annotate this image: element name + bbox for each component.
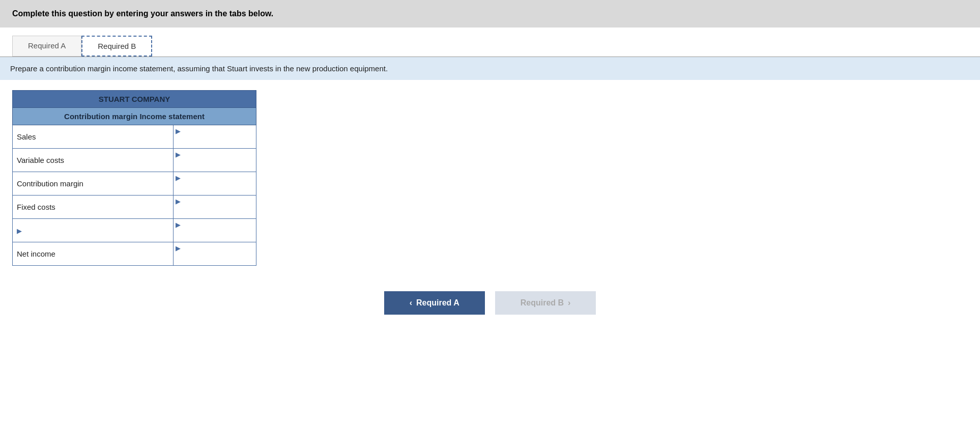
tab-required-a-label: Required A (28, 41, 66, 50)
btn-required-a-label: Required A (416, 298, 459, 308)
table-row: ▶ ▶ (13, 219, 256, 242)
bottom-nav: ‹ Required A Required B › (0, 276, 980, 325)
row-label-sales: Sales (13, 125, 174, 149)
company-name-header: STUART COMPANY (13, 91, 256, 108)
description-text: Prepare a contribution margin income sta… (10, 64, 388, 73)
table-row: Net income ▶ (13, 242, 256, 266)
row-input-fixed-costs[interactable]: ▶ (173, 196, 256, 219)
instruction-text: Complete this question by entering your … (12, 9, 273, 18)
input-fixed-costs[interactable] (176, 205, 254, 217)
statement-title-header: Contribution margin Income statement (13, 108, 256, 125)
page-wrapper: Complete this question by entering your … (0, 0, 980, 446)
chevron-left-icon: ‹ (410, 298, 412, 308)
tab-required-b-label: Required B (98, 42, 136, 50)
description-bar: Prepare a contribution margin income sta… (0, 57, 980, 80)
row-input-sales[interactable]: ▶ (173, 125, 256, 149)
table-row: Fixed costs ▶ (13, 196, 256, 219)
arrow-net-income: ▶ (176, 244, 181, 252)
table-section: STUART COMPANY Contribution margin Incom… (0, 80, 980, 276)
input-variable-costs[interactable] (176, 158, 254, 171)
btn-required-b[interactable]: Required B › (495, 291, 596, 315)
arrow-empty-row-input: ▶ (176, 221, 181, 229)
row-label-fixed-costs: Fixed costs (13, 196, 174, 219)
row-label-net-income: Net income (13, 242, 174, 266)
arrow-sales: ▶ (176, 127, 181, 135)
arrow-variable-costs: ▶ (176, 151, 181, 158)
table-row: Variable costs ▶ (13, 149, 256, 172)
tab-required-b[interactable]: Required B (81, 36, 152, 57)
input-net-income[interactable] (176, 252, 254, 264)
row-input-empty[interactable]: ▶ (173, 219, 256, 242)
arrow-contribution-margin: ▶ (176, 174, 181, 182)
row-label-variable-costs: Variable costs (13, 149, 174, 172)
input-contribution-margin[interactable] (176, 182, 254, 194)
row-input-variable-costs[interactable]: ▶ (173, 149, 256, 172)
row-label-empty: ▶ (13, 219, 174, 242)
btn-required-b-label: Required B (521, 298, 564, 308)
table-row: Contribution margin ▶ (13, 172, 256, 196)
input-sales[interactable] (176, 135, 254, 147)
row-input-contribution-margin[interactable]: ▶ (173, 172, 256, 196)
row-label-contribution-margin: Contribution margin (13, 172, 174, 196)
instruction-bar: Complete this question by entering your … (0, 0, 980, 27)
arrow-fixed-costs: ▶ (176, 198, 181, 205)
input-empty-row[interactable] (176, 229, 254, 241)
btn-required-a[interactable]: ‹ Required A (384, 291, 485, 315)
arrow-empty-row: ▶ (17, 227, 22, 235)
chevron-right-icon: › (568, 298, 570, 308)
tabs-container: Required A Required B (0, 27, 980, 57)
tab-required-a[interactable]: Required A (12, 36, 81, 57)
row-input-net-income[interactable]: ▶ (173, 242, 256, 266)
income-table: STUART COMPANY Contribution margin Incom… (12, 90, 256, 266)
table-row: Sales ▶ (13, 125, 256, 149)
